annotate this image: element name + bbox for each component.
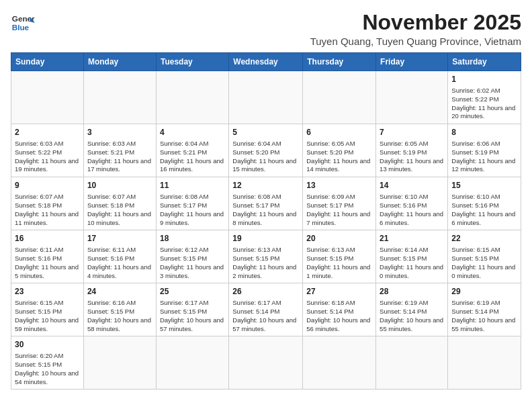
month-title: November 2025 xyxy=(310,11,521,34)
day-info: Sunrise: 6:04 AM Sunset: 5:20 PM Dayligh… xyxy=(232,140,299,174)
day-info: Sunrise: 6:11 AM Sunset: 5:16 PM Dayligh… xyxy=(87,246,152,280)
day-number: 24 xyxy=(87,286,152,298)
day-info: Sunrise: 6:17 AM Sunset: 5:15 PM Dayligh… xyxy=(160,299,225,333)
calendar-cell xyxy=(83,336,156,390)
day-info: Sunrise: 6:10 AM Sunset: 5:16 PM Dayligh… xyxy=(380,193,444,227)
calendar-cell: 12Sunrise: 6:08 AM Sunset: 5:17 PM Dayli… xyxy=(229,177,303,230)
day-number: 20 xyxy=(306,233,372,244)
calendar-cell xyxy=(448,336,521,390)
calendar-cell: 23Sunrise: 6:15 AM Sunset: 5:15 PM Dayli… xyxy=(11,283,84,336)
day-info: Sunrise: 6:03 AM Sunset: 5:22 PM Dayligh… xyxy=(15,140,80,174)
day-header-tuesday: Tuesday xyxy=(156,53,228,71)
calendar-cell xyxy=(156,336,228,390)
calendar-cell xyxy=(229,336,303,390)
day-info: Sunrise: 6:15 AM Sunset: 5:15 PM Dayligh… xyxy=(15,299,80,333)
calendar-week-row: 9Sunrise: 6:07 AM Sunset: 5:18 PM Daylig… xyxy=(11,177,521,230)
day-info: Sunrise: 6:19 AM Sunset: 5:14 PM Dayligh… xyxy=(451,299,517,333)
day-number: 14 xyxy=(380,180,444,191)
day-info: Sunrise: 6:13 AM Sunset: 5:15 PM Dayligh… xyxy=(232,246,299,280)
day-number: 17 xyxy=(87,233,152,244)
day-info: Sunrise: 6:08 AM Sunset: 5:17 PM Dayligh… xyxy=(232,193,299,227)
logo: General Blue xyxy=(11,11,35,35)
day-info: Sunrise: 6:04 AM Sunset: 5:21 PM Dayligh… xyxy=(160,140,225,174)
day-number: 7 xyxy=(380,127,444,138)
day-header-saturday: Saturday xyxy=(448,53,521,71)
day-number: 13 xyxy=(306,180,372,191)
calendar-cell: 28Sunrise: 6:19 AM Sunset: 5:14 PM Dayli… xyxy=(376,283,448,336)
calendar-cell: 11Sunrise: 6:08 AM Sunset: 5:17 PM Dayli… xyxy=(156,177,228,230)
calendar-cell: 19Sunrise: 6:13 AM Sunset: 5:15 PM Dayli… xyxy=(229,230,303,283)
day-header-monday: Monday xyxy=(83,53,156,71)
day-number: 21 xyxy=(380,233,444,244)
day-number: 28 xyxy=(380,286,444,298)
day-number: 4 xyxy=(160,127,225,138)
calendar-cell: 6Sunrise: 6:05 AM Sunset: 5:20 PM Daylig… xyxy=(303,124,376,177)
day-number: 12 xyxy=(232,180,299,191)
day-info: Sunrise: 6:15 AM Sunset: 5:15 PM Dayligh… xyxy=(451,246,517,280)
day-header-friday: Friday xyxy=(376,53,448,71)
calendar-week-row: 30Sunrise: 6:20 AM Sunset: 5:15 PM Dayli… xyxy=(11,336,521,390)
calendar-cell: 13Sunrise: 6:09 AM Sunset: 5:17 PM Dayli… xyxy=(303,177,376,230)
day-info: Sunrise: 6:03 AM Sunset: 5:21 PM Dayligh… xyxy=(87,140,152,174)
calendar-cell: 16Sunrise: 6:11 AM Sunset: 5:16 PM Dayli… xyxy=(11,230,84,283)
day-number: 19 xyxy=(232,233,299,244)
day-info: Sunrise: 6:10 AM Sunset: 5:16 PM Dayligh… xyxy=(451,193,517,227)
day-number: 25 xyxy=(160,286,225,298)
day-number: 15 xyxy=(451,180,517,191)
calendar-cell: 25Sunrise: 6:17 AM Sunset: 5:15 PM Dayli… xyxy=(156,283,228,336)
calendar-cell: 7Sunrise: 6:05 AM Sunset: 5:19 PM Daylig… xyxy=(376,124,448,177)
day-info: Sunrise: 6:18 AM Sunset: 5:14 PM Dayligh… xyxy=(306,299,372,333)
day-info: Sunrise: 6:05 AM Sunset: 5:19 PM Dayligh… xyxy=(380,140,444,174)
day-info: Sunrise: 6:05 AM Sunset: 5:20 PM Dayligh… xyxy=(306,140,372,174)
calendar-header-row: SundayMondayTuesdayWednesdayThursdayFrid… xyxy=(11,53,521,71)
calendar-cell xyxy=(83,71,156,124)
location-title: Tuyen Quang, Tuyen Quang Province, Vietn… xyxy=(310,36,521,47)
calendar-cell: 1Sunrise: 6:02 AM Sunset: 5:22 PM Daylig… xyxy=(448,71,521,124)
calendar-cell: 27Sunrise: 6:18 AM Sunset: 5:14 PM Dayli… xyxy=(303,283,376,336)
day-info: Sunrise: 6:19 AM Sunset: 5:14 PM Dayligh… xyxy=(380,299,444,333)
day-number: 8 xyxy=(451,127,517,138)
calendar-cell: 24Sunrise: 6:16 AM Sunset: 5:15 PM Dayli… xyxy=(83,283,156,336)
day-number: 9 xyxy=(15,180,80,191)
calendar-week-row: 16Sunrise: 6:11 AM Sunset: 5:16 PM Dayli… xyxy=(11,230,521,283)
calendar-cell: 26Sunrise: 6:17 AM Sunset: 5:14 PM Dayli… xyxy=(229,283,303,336)
day-header-wednesday: Wednesday xyxy=(229,53,303,71)
day-number: 3 xyxy=(87,127,152,138)
calendar-week-row: 1Sunrise: 6:02 AM Sunset: 5:22 PM Daylig… xyxy=(11,71,521,124)
calendar-cell: 21Sunrise: 6:14 AM Sunset: 5:15 PM Dayli… xyxy=(376,230,448,283)
day-number: 11 xyxy=(160,180,225,191)
day-number: 26 xyxy=(232,286,299,298)
logo-icon: General Blue xyxy=(11,11,35,35)
day-info: Sunrise: 6:07 AM Sunset: 5:18 PM Dayligh… xyxy=(87,193,152,227)
day-header-thursday: Thursday xyxy=(303,53,376,71)
calendar-cell: 29Sunrise: 6:19 AM Sunset: 5:14 PM Dayli… xyxy=(448,283,521,336)
day-number: 22 xyxy=(451,233,517,244)
day-info: Sunrise: 6:09 AM Sunset: 5:17 PM Dayligh… xyxy=(306,193,372,227)
calendar-cell: 8Sunrise: 6:06 AM Sunset: 5:19 PM Daylig… xyxy=(448,124,521,177)
day-number: 6 xyxy=(306,127,372,138)
calendar-cell xyxy=(303,336,376,390)
calendar-cell: 18Sunrise: 6:12 AM Sunset: 5:15 PM Dayli… xyxy=(156,230,228,283)
calendar-cell: 17Sunrise: 6:11 AM Sunset: 5:16 PM Dayli… xyxy=(83,230,156,283)
day-info: Sunrise: 6:08 AM Sunset: 5:17 PM Dayligh… xyxy=(160,193,225,227)
day-header-sunday: Sunday xyxy=(11,53,84,71)
calendar-cell: 2Sunrise: 6:03 AM Sunset: 5:22 PM Daylig… xyxy=(11,124,84,177)
calendar-cell xyxy=(156,71,228,124)
calendar-cell: 20Sunrise: 6:13 AM Sunset: 5:15 PM Dayli… xyxy=(303,230,376,283)
day-info: Sunrise: 6:20 AM Sunset: 5:15 PM Dayligh… xyxy=(15,352,80,386)
calendar-cell xyxy=(376,336,448,390)
day-info: Sunrise: 6:12 AM Sunset: 5:15 PM Dayligh… xyxy=(160,246,225,280)
day-info: Sunrise: 6:16 AM Sunset: 5:15 PM Dayligh… xyxy=(87,299,152,333)
calendar-cell: 14Sunrise: 6:10 AM Sunset: 5:16 PM Dayli… xyxy=(376,177,448,230)
day-info: Sunrise: 6:07 AM Sunset: 5:18 PM Dayligh… xyxy=(15,193,80,227)
day-number: 10 xyxy=(87,180,152,191)
calendar-cell: 22Sunrise: 6:15 AM Sunset: 5:15 PM Dayli… xyxy=(448,230,521,283)
day-info: Sunrise: 6:02 AM Sunset: 5:22 PM Dayligh… xyxy=(451,87,517,121)
day-number: 18 xyxy=(160,233,225,244)
calendar-table: SundayMondayTuesdayWednesdayThursdayFrid… xyxy=(11,52,521,390)
calendar-cell: 10Sunrise: 6:07 AM Sunset: 5:18 PM Dayli… xyxy=(83,177,156,230)
day-number: 5 xyxy=(232,127,299,138)
calendar-cell: 3Sunrise: 6:03 AM Sunset: 5:21 PM Daylig… xyxy=(83,124,156,177)
title-area: November 2025 Tuyen Quang, Tuyen Quang P… xyxy=(310,11,521,47)
calendar-cell xyxy=(376,71,448,124)
